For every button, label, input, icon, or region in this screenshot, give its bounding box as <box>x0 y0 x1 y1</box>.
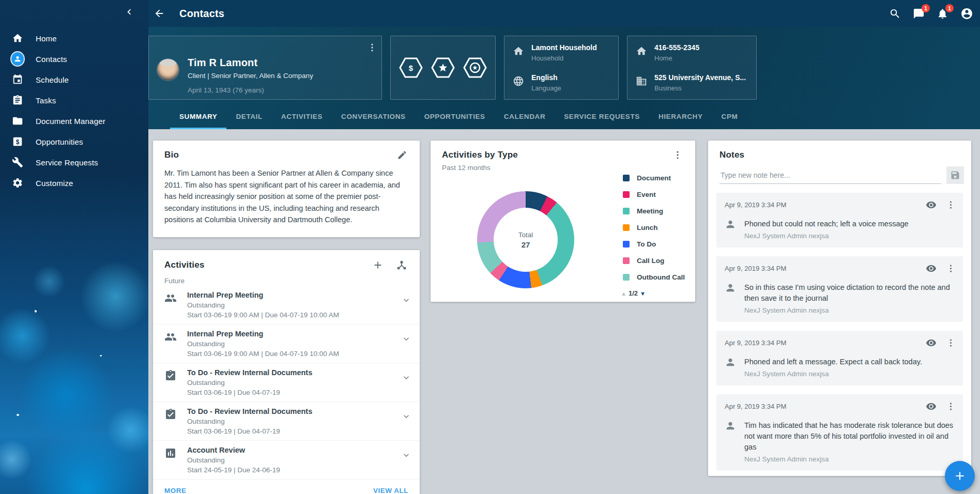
globe-icon <box>513 75 524 87</box>
back-button[interactable] <box>154 8 165 19</box>
notifications-button[interactable]: 1 <box>937 7 950 20</box>
tab-summary[interactable]: SUMMARY <box>170 105 226 129</box>
sidebar-item-schedule[interactable]: Schedule <box>0 69 148 90</box>
view-all-button[interactable]: VIEW ALL <box>373 487 408 494</box>
chevron-down-icon[interactable] <box>401 373 411 383</box>
tab-activities[interactable]: ACTIVITIES <box>272 105 332 129</box>
activity-row[interactable]: Internal Prep Meeting Outstanding Start … <box>153 325 420 363</box>
sidebar-item-service-requests[interactable]: Service Requests <box>0 152 148 173</box>
note-visibility-button[interactable] <box>926 199 937 210</box>
plus-icon <box>372 259 384 271</box>
chevron-down-icon[interactable] <box>401 450 411 460</box>
page-title: Contacts <box>179 8 224 20</box>
add-note-fab[interactable] <box>945 461 975 491</box>
contacts-icon <box>11 53 24 65</box>
tab-opportunities[interactable]: OPPORTUNITIES <box>415 105 495 129</box>
sidebar-collapse-button[interactable] <box>124 6 135 18</box>
add-activity-button[interactable] <box>372 259 384 271</box>
note-menu-button[interactable] <box>946 200 956 210</box>
chevron-down-icon[interactable] <box>401 334 411 344</box>
kebab-menu-icon <box>946 402 956 411</box>
legend-color-swatch <box>623 241 630 248</box>
legend-page-down-icon[interactable]: ▼ <box>640 290 646 297</box>
kebab-menu-icon <box>946 264 956 273</box>
chevron-down-icon[interactable] <box>401 411 411 422</box>
search-icon <box>889 8 901 20</box>
legend-page-up-icon[interactable]: ▲ <box>621 290 626 297</box>
activity-dates: Start 24-05-19 | Due 24-06-19 <box>187 466 401 474</box>
note-author: NexJ System Admin nexjsa <box>744 370 922 378</box>
legend-item: Call Log <box>623 252 685 269</box>
notes-card: Notes Apr 9, 2019 3:34 PM <box>708 141 971 476</box>
tab-hierarchy[interactable]: HIERARCHY <box>649 105 712 129</box>
language-value: English <box>531 73 561 82</box>
sidebar-item-opportunities[interactable]: $ Opportunities <box>0 131 148 152</box>
language-row[interactable]: English Language <box>513 73 610 92</box>
tasks-icon <box>11 94 24 106</box>
note-item: Apr 9, 2019 3:34 PM So in this case I'm … <box>716 256 963 322</box>
search-button[interactable] <box>889 7 902 20</box>
note-visibility-button[interactable] <box>926 401 937 412</box>
note-visibility-button[interactable] <box>926 337 937 348</box>
profile-menu-button[interactable] <box>367 42 377 53</box>
sidebar-item-contacts[interactable]: Contacts <box>0 49 148 69</box>
eye-icon <box>926 263 937 274</box>
eye-icon <box>926 337 937 348</box>
activity-row[interactable]: Internal Prep Meeting Outstanding Start … <box>153 286 420 325</box>
note-menu-button[interactable] <box>946 338 956 348</box>
sidebar-item-customize[interactable]: Customize <box>0 173 148 193</box>
sidebar-nav: Home Contacts Schedule Tasks Document Ma… <box>0 0 148 193</box>
sidebar-item-home[interactable]: Home <box>0 28 148 49</box>
tab-service-requests[interactable]: SERVICE REQUESTS <box>555 105 649 129</box>
note-item: Apr 9, 2019 3:34 PM Tim has indicated th… <box>716 394 963 471</box>
more-button[interactable]: MORE <box>164 487 187 494</box>
activity-row[interactable]: To Do - Review Internal Documents Outsta… <box>153 402 420 441</box>
new-note-input[interactable] <box>719 167 941 184</box>
note-text: So in this case I'm using voice dictatio… <box>744 282 956 304</box>
bio-title: Bio <box>164 150 179 160</box>
note-menu-button[interactable] <box>946 402 956 411</box>
activity-row[interactable]: Account Review Outstanding Start 24-05-1… <box>153 441 420 480</box>
contact-avatar <box>157 59 179 81</box>
arrow-back-icon <box>154 8 165 19</box>
sidebar-item-tasks[interactable]: Tasks <box>0 90 148 111</box>
person-icon <box>725 357 736 368</box>
address-row[interactable]: 525 University Avenue, S... Business <box>636 73 748 92</box>
sidebar: Home Contacts Schedule Tasks Document Ma… <box>0 0 148 494</box>
notes-title: Notes <box>719 150 744 160</box>
chart-menu-button[interactable] <box>672 150 683 160</box>
edit-bio-button[interactable] <box>397 150 407 160</box>
household-row[interactable]: Lamont Household Household <box>513 43 610 62</box>
hierarchy-icon <box>396 259 407 271</box>
household-value: Lamont Household <box>531 43 597 52</box>
legend-color-swatch <box>623 208 630 214</box>
sidebar-item-document-manager[interactable]: Document Manager <box>0 111 148 131</box>
legend-color-swatch <box>623 274 630 281</box>
account-circle-icon <box>960 7 973 20</box>
tab-detail[interactable]: DETAIL <box>226 105 271 129</box>
donut-chart: Total 27 <box>477 191 574 288</box>
sidebar-item-label: Tasks <box>36 96 56 105</box>
tab-cpm[interactable]: CPM <box>712 105 747 129</box>
tab-conversations[interactable]: CONVERSATIONS <box>332 105 415 129</box>
sidebar-item-label: Service Requests <box>36 158 98 167</box>
chat-button[interactable]: 1 <box>913 7 926 20</box>
account-button[interactable] <box>960 7 974 20</box>
hierarchy-view-button[interactable] <box>396 259 407 271</box>
legend-item: To Do <box>623 236 685 252</box>
address-value: 525 University Avenue, S... <box>654 73 746 82</box>
address-label: Business <box>654 84 746 92</box>
phone-row[interactable]: 416-555-2345 Home <box>636 43 748 62</box>
bio-card: Bio Mr. Tim Lamont has been a Senior Par… <box>153 141 420 237</box>
note-visibility-button[interactable] <box>926 263 937 274</box>
save-note-button[interactable] <box>946 166 964 184</box>
note-menu-button[interactable] <box>946 264 956 273</box>
legend-color-swatch <box>623 224 630 231</box>
folder-icon <box>11 115 24 127</box>
activity-row[interactable]: To Do - Review Internal Documents Outsta… <box>153 363 420 402</box>
building-icon <box>636 75 647 87</box>
tab-calendar[interactable]: CALENDAR <box>495 105 555 129</box>
language-label: Language <box>531 84 561 92</box>
calendar-icon <box>11 73 24 86</box>
chevron-down-icon[interactable] <box>401 295 411 305</box>
